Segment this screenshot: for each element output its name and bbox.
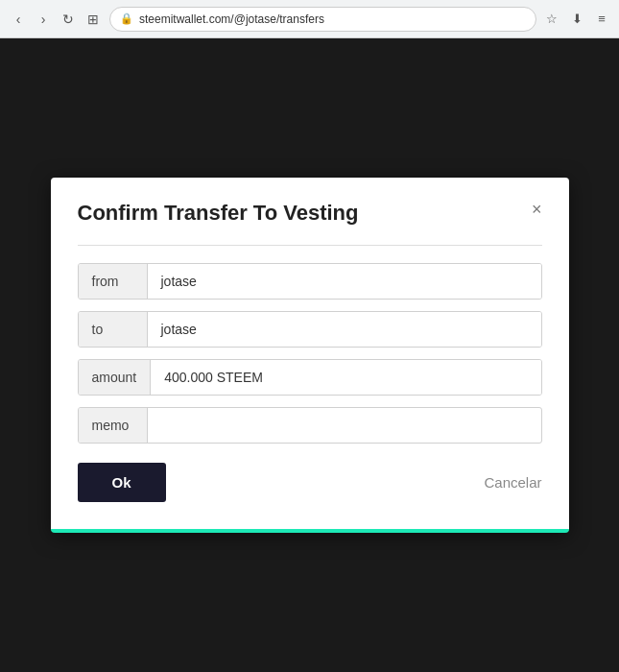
cancel-button[interactable]: Cancelar <box>484 474 541 491</box>
url-text: steemitwallet.com/@jotase/transfers <box>139 12 324 26</box>
from-label: from <box>79 264 148 299</box>
ok-button[interactable]: Ok <box>78 463 166 502</box>
confirm-transfer-dialog: Confirm Transfer To Vesting × from jotas… <box>51 178 569 533</box>
memo-field-row: memo <box>78 407 542 444</box>
star-icon[interactable]: ☆ <box>542 10 561 29</box>
nav-controls: ‹ › ↻ ⊞ <box>8 9 104 30</box>
lock-icon: 🔒 <box>120 12 133 25</box>
to-field-row: to jotase <box>78 311 542 348</box>
dialog-title: Confirm Transfer To Vesting <box>78 201 359 226</box>
to-value: jotase <box>148 312 541 347</box>
forward-button[interactable]: › <box>33 9 54 30</box>
amount-value: 400.000 STEEM <box>151 360 540 395</box>
amount-label: amount <box>79 360 152 395</box>
browser-actions: ☆ ⬇ ≡ <box>542 10 611 29</box>
dialog-header: Confirm Transfer To Vesting × <box>78 201 542 226</box>
browser-chrome: ‹ › ↻ ⊞ 🔒 steemitwallet.com/@jotase/tran… <box>0 0 619 38</box>
header-divider <box>78 245 542 246</box>
from-field-row: from jotase <box>78 263 542 300</box>
to-label: to <box>79 312 148 347</box>
memo-label: memo <box>79 408 148 443</box>
reload-button[interactable]: ↻ <box>58 9 79 30</box>
download-icon[interactable]: ⬇ <box>567 10 586 29</box>
dialog-footer: Ok Cancelar <box>78 463 542 502</box>
memo-value <box>148 416 541 435</box>
close-button[interactable]: × <box>532 201 542 218</box>
from-value: jotase <box>148 264 541 299</box>
amount-field-row: amount 400.000 STEEM <box>78 359 542 396</box>
page-background: Confirm Transfer To Vesting × from jotas… <box>0 38 619 672</box>
apps-button[interactable]: ⊞ <box>83 9 104 30</box>
address-bar[interactable]: 🔒 steemitwallet.com/@jotase/transfers <box>109 7 536 32</box>
menu-icon[interactable]: ≡ <box>592 10 611 29</box>
back-button[interactable]: ‹ <box>8 9 29 30</box>
